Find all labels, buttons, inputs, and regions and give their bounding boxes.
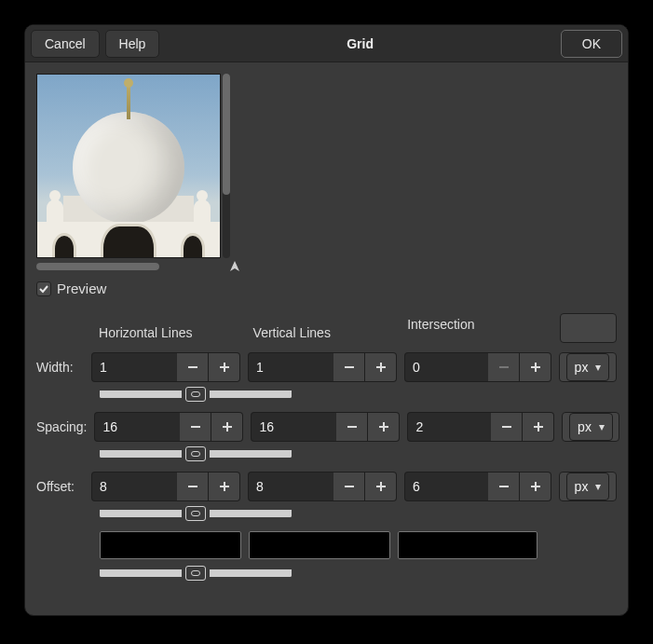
- width-link-button[interactable]: [185, 387, 206, 402]
- svg-rect-11: [226, 422, 228, 432]
- svg-rect-26: [535, 482, 537, 491]
- navigate-icon[interactable]: [165, 260, 241, 273]
- plus-icon[interactable]: [523, 412, 554, 442]
- help-button[interactable]: Help: [105, 30, 160, 58]
- svg-rect-23: [380, 482, 382, 491]
- svg-rect-24: [499, 486, 509, 487]
- width-unit-select[interactable]: px ▾: [566, 353, 610, 381]
- preview-horizontal-scrollbar[interactable]: [36, 263, 159, 270]
- color-link-button[interactable]: [185, 566, 206, 581]
- offset-unit-select[interactable]: px ▾: [566, 473, 610, 500]
- chain-icon: [191, 391, 200, 397]
- spacing-unit-select[interactable]: px ▾: [569, 413, 613, 441]
- plus-icon[interactable]: [520, 352, 551, 382]
- offset-horizontal-spinner[interactable]: [91, 472, 240, 501]
- minus-icon[interactable]: [180, 412, 211, 442]
- column-header-intersection: Intersection: [407, 309, 552, 347]
- preview-checkbox[interactable]: [36, 281, 51, 296]
- chevron-down-icon: ▾: [595, 480, 601, 493]
- spacing-vertical-input[interactable]: [251, 412, 336, 442]
- chain-icon: [191, 511, 200, 516]
- cancel-button[interactable]: Cancel: [31, 30, 100, 58]
- offset-vertical-spinner[interactable]: [248, 472, 397, 501]
- svg-rect-21: [345, 486, 354, 487]
- color-link-row: [100, 565, 617, 582]
- spacing-intersection-spinner[interactable]: [407, 412, 554, 442]
- width-link-row: [100, 386, 617, 403]
- unit-value: px: [575, 360, 589, 375]
- preview-canvas[interactable]: [36, 74, 221, 258]
- svg-rect-3: [345, 366, 354, 368]
- offset-intersection-input[interactable]: [404, 472, 488, 501]
- minus-icon[interactable]: [491, 412, 523, 442]
- chevron-down-icon: ▾: [599, 420, 605, 433]
- minus-icon: [488, 352, 520, 382]
- svg-rect-2: [224, 363, 225, 372]
- minus-icon[interactable]: [177, 472, 209, 501]
- offset-horizontal-input[interactable]: [91, 472, 177, 501]
- svg-rect-14: [383, 422, 385, 432]
- svg-rect-12: [347, 426, 357, 428]
- spacing-vertical-spinner[interactable]: [251, 412, 400, 442]
- plus-icon[interactable]: [365, 352, 397, 382]
- dialog-body: Preview Horizontal Lines Vertical Lines …: [25, 62, 628, 615]
- chain-icon: [191, 451, 200, 457]
- spacing-link-button[interactable]: [185, 446, 206, 461]
- ok-button[interactable]: OK: [561, 30, 622, 58]
- spacing-intersection-input[interactable]: [407, 412, 491, 442]
- grid-form: Horizontal Lines Vertical Lines Intersec…: [36, 309, 617, 582]
- scrollbar-thumb[interactable]: [223, 74, 230, 195]
- svg-rect-8: [535, 363, 537, 372]
- scrollbar-thumb[interactable]: [36, 263, 159, 270]
- minus-icon[interactable]: [333, 472, 365, 501]
- width-intersection-spinner[interactable]: [404, 352, 551, 382]
- svg-rect-18: [188, 486, 197, 487]
- spacing-label: Spacing:: [36, 419, 87, 434]
- titlebar: Cancel Help Grid OK: [25, 25, 628, 62]
- column-header-horizontal: Horizontal Lines: [99, 309, 246, 347]
- preview-label: Preview: [57, 281, 106, 296]
- width-horizontal-input[interactable]: [91, 352, 177, 382]
- minus-icon[interactable]: [177, 352, 209, 382]
- plus-icon[interactable]: [209, 352, 240, 382]
- plus-icon[interactable]: [368, 412, 400, 442]
- svg-rect-6: [499, 366, 509, 368]
- svg-rect-15: [502, 426, 511, 428]
- color-horizontal-swatch[interactable]: [100, 531, 241, 559]
- unit-value: px: [575, 479, 589, 494]
- color-intersection-swatch[interactable]: [398, 531, 537, 559]
- spacing-link-row: [100, 445, 617, 462]
- plus-icon[interactable]: [211, 412, 243, 442]
- spacing-horizontal-input[interactable]: [94, 412, 180, 442]
- offset-intersection-spinner[interactable]: [404, 472, 551, 501]
- spacing-horizontal-spinner[interactable]: [94, 412, 243, 442]
- width-vertical-input[interactable]: [248, 352, 333, 382]
- preview-vertical-scrollbar[interactable]: [223, 74, 230, 258]
- plus-icon[interactable]: [365, 472, 397, 501]
- column-header-vertical: Vertical Lines: [253, 309, 401, 347]
- offset-vertical-input[interactable]: [248, 472, 333, 501]
- unit-value: px: [578, 419, 592, 434]
- svg-rect-0: [188, 366, 197, 368]
- color-vertical-swatch[interactable]: [249, 531, 390, 559]
- grid-dialog: Cancel Help Grid OK: [24, 24, 629, 616]
- svg-rect-17: [537, 422, 539, 432]
- svg-rect-20: [224, 482, 225, 491]
- offset-link-row: [100, 505, 617, 522]
- plus-icon[interactable]: [520, 472, 551, 501]
- width-intersection-input[interactable]: [404, 352, 488, 382]
- svg-rect-9: [191, 426, 200, 428]
- minus-icon[interactable]: [333, 352, 365, 382]
- minus-icon[interactable]: [336, 412, 368, 442]
- chevron-down-icon: ▾: [595, 361, 601, 374]
- width-vertical-spinner[interactable]: [248, 352, 397, 382]
- preview-area: [36, 74, 617, 258]
- offset-label: Offset:: [36, 479, 84, 494]
- plus-icon[interactable]: [209, 472, 240, 501]
- minus-icon[interactable]: [488, 472, 520, 501]
- dialog-title: Grid: [165, 36, 554, 51]
- width-horizontal-spinner[interactable]: [91, 352, 240, 382]
- width-label: Width:: [36, 360, 84, 375]
- svg-rect-5: [380, 363, 382, 372]
- offset-link-button[interactable]: [185, 506, 206, 521]
